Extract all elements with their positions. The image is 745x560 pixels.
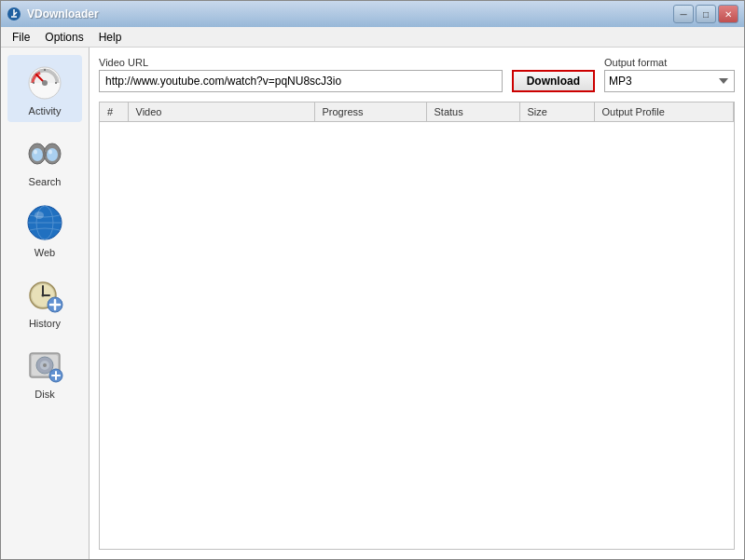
menu-bar: File Options Help (1, 27, 744, 48)
sidebar-item-history[interactable]: History (7, 267, 82, 335)
col-header-video: Video (128, 102, 314, 122)
content-area: Video URL Download Output format MP3 MP4… (90, 48, 744, 559)
main-window: VDownloader ─ □ ✕ File Options Help (0, 0, 745, 560)
svg-point-23 (42, 294, 45, 297)
table-header-row: # Video Progress Status Size Output Prof… (100, 102, 734, 122)
sidebar-item-web[interactable]: Web (7, 197, 82, 264)
disk-icon (24, 344, 65, 385)
url-label: Video URL (99, 57, 503, 68)
main-container: Activity (1, 48, 744, 559)
col-header-status: Status (426, 102, 519, 122)
history-icon (24, 273, 65, 314)
sidebar-label-history: History (29, 318, 61, 329)
col-header-output-profile: Output Profile (594, 102, 734, 122)
col-header-num: # (100, 102, 128, 122)
svg-point-31 (43, 363, 47, 367)
menu-help[interactable]: Help (91, 29, 130, 46)
download-table-wrapper: # Video Progress Status Size Output Prof… (99, 102, 735, 550)
col-header-size: Size (519, 102, 594, 122)
url-input[interactable] (99, 70, 503, 92)
maximize-button[interactable]: □ (696, 5, 716, 23)
sidebar-label-search: Search (29, 176, 62, 187)
close-button[interactable]: ✕ (718, 5, 738, 23)
svg-point-13 (48, 150, 52, 155)
format-select[interactable]: MP3 MP4 AVI WMV FLV AAC OGG (604, 70, 735, 92)
format-label: Output format (604, 57, 735, 68)
svg-point-10 (32, 148, 43, 161)
menu-file[interactable]: File (5, 29, 37, 46)
sidebar: Activity (1, 48, 90, 559)
activity-icon (24, 61, 65, 102)
app-icon (7, 7, 21, 21)
sidebar-item-search[interactable]: Search (7, 126, 82, 193)
url-section: Video URL Download Output format MP3 MP4… (99, 57, 735, 92)
minimize-button[interactable]: ─ (673, 5, 694, 23)
download-button[interactable]: Download (512, 70, 595, 92)
svg-point-12 (34, 150, 37, 155)
title-bar: VDownloader ─ □ ✕ (1, 1, 744, 27)
sidebar-label-disk: Disk (34, 389, 54, 400)
sidebar-label-web: Web (34, 247, 55, 258)
format-group: Output format MP3 MP4 AVI WMV FLV AAC OG… (604, 57, 735, 92)
url-group: Video URL (99, 57, 503, 92)
svg-point-3 (42, 80, 48, 86)
svg-point-18 (34, 212, 44, 219)
sidebar-item-disk[interactable]: Disk (7, 338, 82, 405)
sidebar-label-activity: Activity (29, 105, 62, 116)
window-title: VDownloader (27, 7, 673, 20)
window-controls: ─ □ ✕ (673, 5, 738, 23)
svg-point-11 (47, 148, 58, 161)
menu-options[interactable]: Options (37, 29, 90, 46)
web-icon (24, 202, 65, 243)
sidebar-item-activity[interactable]: Activity (7, 55, 82, 122)
col-header-progress: Progress (314, 102, 426, 122)
search-icon (24, 131, 65, 172)
download-table: # Video Progress Status Size Output Prof… (100, 102, 734, 122)
